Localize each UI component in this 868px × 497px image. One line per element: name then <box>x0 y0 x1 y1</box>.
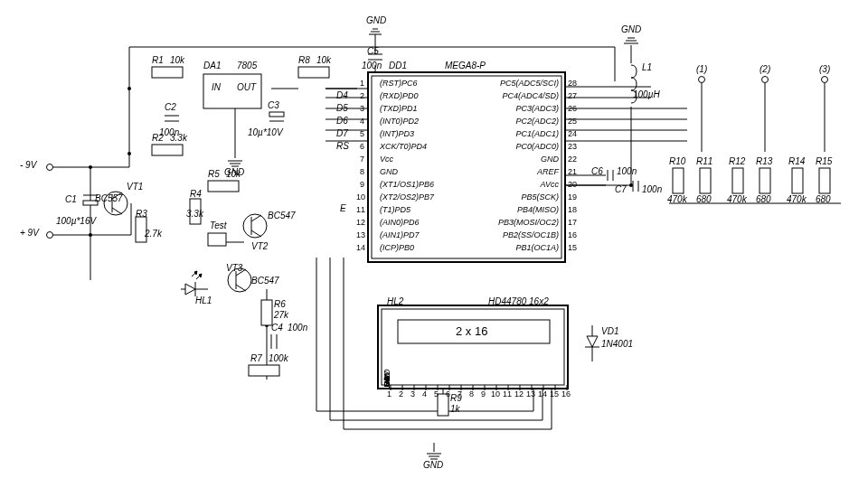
dd1-right-13: PB1(OC1A) <box>479 244 559 252</box>
dd1-rn-5: 23 <box>568 143 577 151</box>
dd1-right-4: PC1(ADC1) <box>479 130 559 138</box>
dd1-left-8: (XT1/OS1)PB6 <box>380 181 434 189</box>
svg-point-53 <box>89 165 92 169</box>
c4-val: 100n <box>288 324 307 333</box>
svg-rect-67 <box>673 168 684 193</box>
r1-val: 10k <box>170 56 184 65</box>
vd1-ref: VD1 <box>601 327 618 336</box>
svg-marker-112 <box>587 336 598 347</box>
c7-ref: C7 <box>615 185 627 194</box>
dd1-right-7: AREF <box>479 168 559 176</box>
dd1-right-2: PC3(ADC3) <box>479 105 559 113</box>
svg-rect-57 <box>152 67 183 78</box>
svg-rect-59 <box>298 67 329 78</box>
dd1-rn-1: 27 <box>568 92 577 100</box>
l1-val: 100µH <box>633 90 660 99</box>
gnd-l1-label: GND <box>621 25 641 34</box>
svg-point-56 <box>629 183 633 187</box>
dd1-rn-7: 21 <box>568 168 577 176</box>
dd1-rn-11: 17 <box>568 219 577 227</box>
svg-point-128 <box>699 77 705 83</box>
lcd-n0: 1 <box>387 390 392 399</box>
dd1-left-10: (T1)PD5 <box>380 206 410 214</box>
hl1-ref: HL1 <box>195 296 212 305</box>
lcd-n10: 11 <box>503 390 512 399</box>
c7-val: 100n <box>642 185 662 194</box>
r11-val: 680 <box>696 195 712 204</box>
dd1-rn-9: 19 <box>568 193 577 202</box>
svg-marker-111 <box>199 274 202 277</box>
svg-rect-69 <box>732 168 743 193</box>
r2-val: 3.3k <box>170 134 187 143</box>
bus-d6: D6 <box>336 117 348 126</box>
r13-val: 680 <box>756 195 771 204</box>
dd1-left-13: (ICP)PB0 <box>380 244 414 252</box>
r5-val: 10k <box>226 170 241 179</box>
c1-ref: C1 <box>65 195 77 204</box>
r6-val: 27k <box>274 311 288 320</box>
dd1-left-6: Vcc <box>380 155 393 164</box>
bus-d7: D7 <box>336 129 348 138</box>
dd1-ln-12: 13 <box>356 231 365 239</box>
svg-rect-68 <box>700 168 711 193</box>
lcd-n12: 13 <box>526 390 535 399</box>
neg9v-label: - 9V <box>20 161 36 170</box>
dd1-ln-11: 12 <box>356 219 365 227</box>
c5-ref: C5 <box>367 47 379 56</box>
r15-ref: R15 <box>816 157 832 166</box>
bus-e: E <box>340 204 346 213</box>
dd1-right-12: PB2(SS/OC1B) <box>479 231 559 239</box>
r8-val: 10k <box>316 56 331 65</box>
dd1-ln-8: 9 <box>360 181 364 189</box>
r5-ref: R5 <box>208 170 220 179</box>
r7-val: 100k <box>269 354 288 363</box>
r9-val: 1k <box>450 405 460 414</box>
svg-rect-62 <box>208 181 239 192</box>
test-label: Test <box>210 221 227 230</box>
gnd-bottom-label: GND <box>423 461 443 470</box>
dd1-ln-4: 5 <box>360 130 364 138</box>
r3-ref: R3 <box>136 210 147 219</box>
svg-point-127 <box>47 232 53 239</box>
vt3-val: BC547 <box>251 277 279 286</box>
dd1-right-11: PB3(MOSI/OC2) <box>479 219 559 227</box>
dd1-rn-13: 15 <box>568 244 577 252</box>
svg-rect-71 <box>792 168 803 193</box>
svg-rect-64 <box>249 365 279 376</box>
r10-ref: R10 <box>669 157 685 166</box>
da1-in: IN <box>212 83 221 92</box>
gnd-top-label: GND <box>366 16 386 25</box>
dd1-left-11: (AIN0)PD6 <box>380 219 420 227</box>
r13-ref: R13 <box>756 157 772 166</box>
dd1-right-10: PB4(MISO) <box>479 206 559 214</box>
probe-1: (1) <box>696 65 707 74</box>
svg-rect-72 <box>819 168 830 193</box>
svg-marker-106 <box>185 284 195 295</box>
dd1-left-7: GND <box>380 168 398 176</box>
dd1-left-5: XCK/T0)PD4 <box>380 143 427 151</box>
dd1-ln-2: 3 <box>360 105 364 113</box>
vt2-ref: VT2 <box>251 242 268 251</box>
dd1-ln-13: 14 <box>356 244 365 252</box>
dd1-rn-10: 18 <box>568 206 577 214</box>
svg-point-54 <box>89 233 92 237</box>
dd1-rn-0: 28 <box>568 80 577 88</box>
lcd-n2: 3 <box>410 390 415 399</box>
svg-point-130 <box>822 77 828 83</box>
dd1-ln-0: 1 <box>360 80 364 88</box>
probe-3: (3) <box>819 65 830 74</box>
r11-ref: R11 <box>696 157 712 166</box>
svg-point-126 <box>47 164 53 171</box>
r3-val: 2.7k <box>145 230 162 239</box>
l1-ref: L1 <box>642 63 652 72</box>
c3-ref: C3 <box>268 101 279 110</box>
c4-ref: C4 <box>271 324 283 333</box>
svg-point-51 <box>127 87 131 90</box>
c6-val: 100n <box>617 167 637 176</box>
hl2-ref: HL2 <box>387 297 403 306</box>
r4-ref: R4 <box>190 190 202 199</box>
dd1-right-6: GND <box>479 155 559 164</box>
dd1-right-0: PC5(ADC5/SCI) <box>479 80 559 88</box>
vd1-val: 1N4001 <box>601 340 633 349</box>
vt3-ref: VT3 <box>226 264 242 273</box>
